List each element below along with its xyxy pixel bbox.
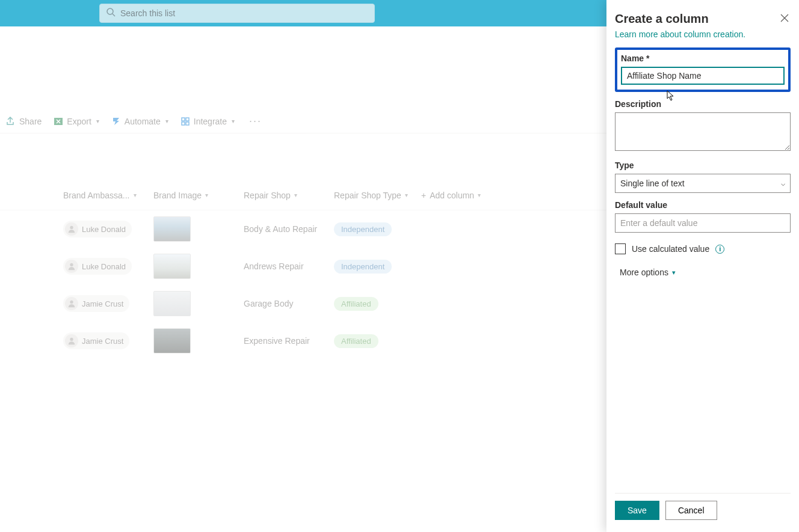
column-header-label: Brand Ambassa... — [63, 191, 130, 200]
type-select[interactable]: Single line of text ⌵ — [615, 174, 791, 193]
panel-title: Create a column — [615, 12, 709, 26]
name-field-highlight: Name * — [615, 47, 791, 92]
export-label: Export — [67, 117, 91, 126]
svg-rect-6 — [186, 122, 189, 125]
add-column-button[interactable]: + Add column ▾ — [421, 191, 487, 200]
learn-more-link[interactable]: Learn more about column creation. — [615, 29, 791, 39]
automate-button[interactable]: Automate ▾ — [105, 109, 174, 133]
more-options-label: More options — [620, 268, 668, 277]
svg-point-9 — [70, 301, 73, 304]
calculated-value-checkbox[interactable] — [615, 243, 626, 254]
save-button[interactable]: Save — [615, 501, 659, 520]
person-chip[interactable]: Jamie Crust — [63, 295, 129, 312]
default-value-input[interactable] — [615, 213, 791, 233]
more-actions-button[interactable]: ··· — [241, 115, 270, 127]
description-input[interactable] — [615, 112, 791, 151]
panel-footer: Save Cancel — [615, 493, 791, 522]
integrate-icon — [180, 117, 190, 126]
repair-shop-name: Body & Auto Repair — [244, 224, 317, 234]
chevron-down-icon: ▾ — [405, 192, 408, 198]
default-value-label: Default value — [615, 200, 791, 210]
chevron-down-icon: ▾ — [165, 118, 168, 124]
type-value: Single line of text — [620, 179, 685, 188]
shop-type-pill: Independent — [334, 222, 392, 236]
search-input[interactable] — [120, 8, 368, 18]
chevron-down-icon: ▾ — [134, 192, 137, 198]
brand-image-thumbnail[interactable] — [153, 328, 191, 353]
calculated-value-label: Use calculated value — [632, 244, 709, 254]
svg-point-8 — [70, 263, 73, 266]
person-chip[interactable]: Luke Donald — [63, 221, 132, 237]
column-header-shop[interactable]: Repair Shop▾ — [244, 191, 334, 200]
automate-label: Automate — [125, 117, 161, 126]
svg-line-1 — [113, 14, 115, 16]
person-name: Luke Donald — [82, 225, 126, 234]
svg-rect-3 — [182, 118, 185, 121]
column-header-ambassador[interactable]: Brand Ambassa...▾ — [63, 191, 153, 200]
column-header-label: Repair Shop — [244, 191, 291, 200]
shop-type-pill: Affiliated — [334, 334, 378, 348]
type-label: Type — [615, 161, 791, 170]
chevron-down-icon: ▾ — [672, 269, 676, 277]
share-button[interactable]: Share — [0, 109, 48, 133]
cancel-button[interactable]: Cancel — [665, 501, 717, 520]
name-input[interactable] — [621, 67, 785, 85]
column-header-image[interactable]: Brand Image▾ — [153, 191, 244, 200]
brand-image-thumbnail[interactable] — [153, 216, 191, 242]
avatar — [65, 222, 78, 236]
person-chip[interactable]: Jamie Crust — [63, 332, 129, 349]
export-button[interactable]: Export ▾ — [48, 109, 105, 133]
shop-type-pill: Affiliated — [334, 297, 378, 311]
info-icon[interactable]: i — [715, 245, 724, 254]
repair-shop-name: Expensive Repair — [244, 336, 310, 346]
chevron-down-icon: ▾ — [232, 118, 235, 124]
automate-icon — [111, 117, 121, 126]
description-label: Description — [615, 99, 791, 109]
svg-point-0 — [107, 8, 113, 14]
more-options-toggle[interactable]: More options ▾ — [615, 268, 791, 277]
brand-image-thumbnail[interactable] — [153, 254, 191, 279]
add-column-label: Add column — [430, 191, 474, 200]
column-header-label: Brand Image — [153, 191, 202, 200]
avatar — [65, 297, 78, 310]
brand-image-thumbnail[interactable] — [153, 291, 191, 316]
column-header-label: Repair Shop Type — [334, 191, 401, 200]
person-name: Jamie Crust — [82, 299, 123, 308]
search-box[interactable] — [99, 4, 375, 23]
person-name: Jamie Crust — [82, 337, 123, 346]
svg-point-10 — [70, 338, 73, 341]
chevron-down-icon: ▾ — [96, 118, 99, 124]
share-icon — [6, 117, 16, 126]
column-header-shoptype[interactable]: Repair Shop Type▾ — [334, 191, 421, 200]
excel-icon — [54, 117, 63, 126]
person-name: Luke Donald — [82, 262, 126, 271]
integrate-label: Integrate — [194, 117, 227, 126]
chevron-down-icon: ▾ — [478, 192, 481, 198]
chevron-down-icon: ⌵ — [781, 179, 785, 188]
repair-shop-name: Andrews Repair — [244, 261, 304, 271]
share-label: Share — [19, 117, 42, 126]
close-button[interactable] — [779, 12, 791, 24]
person-chip[interactable]: Luke Donald — [63, 258, 132, 275]
plus-icon: + — [421, 191, 426, 200]
svg-rect-2 — [54, 118, 63, 125]
avatar — [65, 334, 78, 347]
name-label: Name * — [621, 54, 785, 63]
repair-shop-name: Garage Body — [244, 299, 294, 308]
chevron-down-icon: ▾ — [205, 192, 208, 198]
create-column-panel: Create a column Learn more about column … — [606, 0, 799, 532]
shop-type-pill: Independent — [334, 260, 392, 274]
avatar — [65, 260, 78, 273]
search-icon — [106, 7, 120, 19]
integrate-button[interactable]: Integrate ▾ — [174, 109, 241, 133]
svg-point-7 — [70, 226, 73, 229]
svg-rect-4 — [186, 118, 189, 121]
svg-rect-5 — [182, 122, 185, 125]
chevron-down-icon: ▾ — [294, 192, 297, 198]
